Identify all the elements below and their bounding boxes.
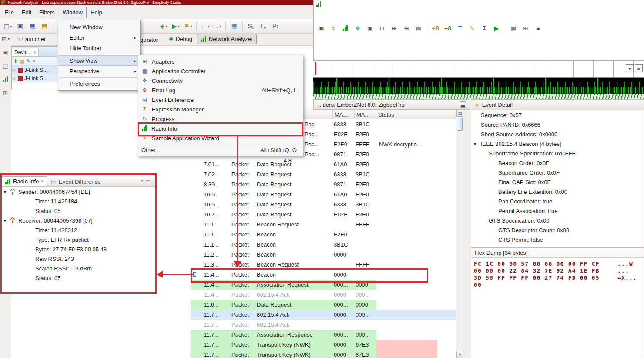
event-detail-row[interactable]: Superframe Order: 0x0F [471,168,644,177]
chart-icon[interactable]: ▦ [228,21,240,31]
tab-devices[interactable]: Devic... × [12,48,39,56]
menubar-item[interactable]: File [1,7,18,18]
text-tool-icon[interactable]: T [454,23,466,34]
profiler-icon[interactable]: Pr [269,21,282,31]
folder-icon[interactable]: ▤ [20,59,24,64]
table-scrollbar[interactable]: ▤ ▾ [456,110,463,358]
menu-item[interactable]: Show View ▸ [58,55,140,66]
radio-info-row[interactable]: Type: EFR Rx packet [1,235,156,244]
expand-icon[interactable]: ▷ [13,76,17,81]
chart-view-icon[interactable]: ▤ [2,62,9,69]
packet-row[interactable]: 8.39... Packet Data Request 9871 F2E0 [191,179,456,189]
menu-item[interactable]: Progress [138,114,303,124]
event-detail-row[interactable]: Short Source Address: 0x0000 [471,129,644,139]
outline-icon[interactable]: ≡ [532,23,544,34]
packet-row[interactable]: 10.7... Packet Data Request E02E F2E0 [191,209,456,220]
event-detail-row[interactable]: Battery Life Extention: 0x00 [471,187,644,196]
traffic-waveform[interactable] [313,78,644,94]
save-all-icon[interactable]: ▦ [26,21,38,31]
expand-icon[interactable]: ▷ [13,68,17,72]
back-icon[interactable]: ← ▾ [199,21,211,31]
menu-item[interactable]: Event Difference [138,95,303,105]
radio-info-view-icon[interactable] [2,76,9,83]
menu-item[interactable]: Hide Toolbar [58,43,140,53]
perspective-launcher[interactable]: ⌂ Launcher [13,34,49,44]
connect-icon[interactable]: ↯ [327,23,339,34]
new-project-icon[interactable]: ◈ ▾ [158,21,170,31]
expand-icon[interactable]: ▾ [4,189,10,194]
packet-row[interactable]: 10.5... Packet Data Request 61A0 F2E0 [191,189,456,199]
swo-icon[interactable]: S₀ [245,21,257,31]
menu-item[interactable]: Application Controller [138,66,303,76]
menu-item[interactable]: Preferences [58,78,140,89]
close-icon[interactable]: × [34,50,36,55]
menu-item[interactable]: Error Log Alt+Shift+Q, L [138,85,303,95]
packet-row[interactable]: 11.1... Packet Beacon F2E0 [191,230,456,240]
device-row[interactable]: ▷ J-Link S... [12,66,57,74]
menu-item[interactable]: Perspective ▸ [58,66,140,76]
radio-info-icon[interactable] [339,23,352,34]
event-detail-row[interactable]: Final CAP Slot: 0x0F [471,177,644,187]
menubar-item[interactable]: Edit [18,7,35,18]
scroll-down-button[interactable]: ▾ [456,351,463,358]
connect-icon[interactable]: ✚ [13,59,17,64]
minimize-icon[interactable]: ▬ [460,101,466,108]
packet-row[interactable]: 11.4... Packet Beacon 0000 [191,270,456,280]
open-perspective-icon[interactable]: ⊞ ▾ [2,36,10,42]
highlight-icon[interactable]: ✎ [466,23,478,34]
find-icon[interactable]: ◉ [364,23,376,34]
grid-icon[interactable]: ⊞ [520,23,532,34]
menu-item[interactable]: Other... Alt+Shift+Q, Q [138,145,303,155]
radio-info-row[interactable]: Status: 05 [1,206,156,216]
event-detail-row[interactable]: ▾ IEEE 802.15.4 Beacon [4 bytes] [471,139,644,149]
play-icon[interactable]: ▶ [490,23,503,34]
view-menu-icon[interactable]: ▿ [141,179,143,183]
event-detail-row[interactable]: Superframe Specification: 0xCFFF [471,149,644,158]
packet-row[interactable]: 11.4... Packet Association Request 000..… [191,280,456,290]
event-detail-row[interactable]: Source PAN ID: 0x6666 [471,120,644,129]
node-map-icon[interactable]: ❖ [352,23,364,34]
zoom-in-icon[interactable]: ⊕ [388,23,400,34]
packet-row[interactable]: 7.01... Packet Data Request 61A0 F2E0 [191,159,456,169]
perspective-configurator-fragment[interactable]: gurator [140,37,158,43]
screenshot-icon[interactable]: ▣ [315,23,327,34]
packet-row[interactable]: 11.3... Packet Beacon Request FFFF [191,260,456,270]
packet-row[interactable]: 11.4... Packet 802.15.4 Ack 0000 000... [191,290,456,300]
menu-item[interactable]: Expression Manager [138,105,303,114]
event-detail-row[interactable]: Pan Coordinator: true [471,196,644,206]
packet-row[interactable]: 11.7... Packet 802.15.4 Ack [191,320,456,330]
radio-info-row[interactable]: Raw RSSI: 243 [1,254,156,263]
restore-view-icon[interactable]: ▣ [2,49,9,56]
import-icon[interactable]: ↧ [478,23,490,34]
save-icon[interactable]: ▣ [14,21,26,31]
radio-info-row[interactable]: ▾ Receiver: 000440057398 [07] [1,216,156,225]
layers-view-icon[interactable]: ⊞ [2,89,9,96]
timeline-panel-icon[interactable]: ≡ [635,64,643,72]
event-detail-row[interactable]: GTS Permit: false [471,235,644,244]
col-header-mac1[interactable]: MA... [333,110,355,119]
event-detail-row[interactable]: Permit Association: true [471,206,644,216]
menu-item[interactable]: Radio Info [138,124,303,133]
packet-row[interactable]: 11.7... Packet Transport Key (NWK) 0000 … [191,340,456,350]
packet-row[interactable]: 7.02... Packet Data Request 6338 3B1C [191,169,456,179]
device-row[interactable]: ▷ J-Link S... [12,74,57,82]
packet-row[interactable]: 11.7... Packet Association Response 000.… [191,330,456,340]
packet-row[interactable]: 11.1... Packet Beacon 3B1C [191,240,456,250]
menubar-item[interactable]: Filters [35,7,58,18]
doc-icon[interactable]: ▤ [413,23,425,34]
packet-row[interactable]: 11.7... Packet Transport Key (NWK) 0000 … [191,350,456,358]
radio-info-row[interactable]: Bytes: 27 74 F9 F3 00 05 48 [1,244,156,254]
close-icon[interactable]: × [41,179,44,184]
perspective-debug[interactable]: ✱ Debug [165,34,196,44]
view-tab[interactable]: Radio Info × [1,176,47,186]
packet-row[interactable]: 10.5... Packet Data Request 6338 3B1C [191,199,456,209]
menu-item[interactable]: Adapters [138,57,303,66]
scrollbar-thumb[interactable] [457,118,463,131]
run-icon[interactable]: ▶ ▾ [170,21,182,31]
panel-sash[interactable] [463,99,471,358]
col-header-status[interactable]: Status [376,110,456,119]
menubar-item[interactable]: Window [59,7,87,18]
magnet-icon[interactable]: ⊓ [376,23,388,34]
menu-item[interactable]: New Window [58,22,140,32]
add-group-icon[interactable]: +8 [442,23,454,34]
